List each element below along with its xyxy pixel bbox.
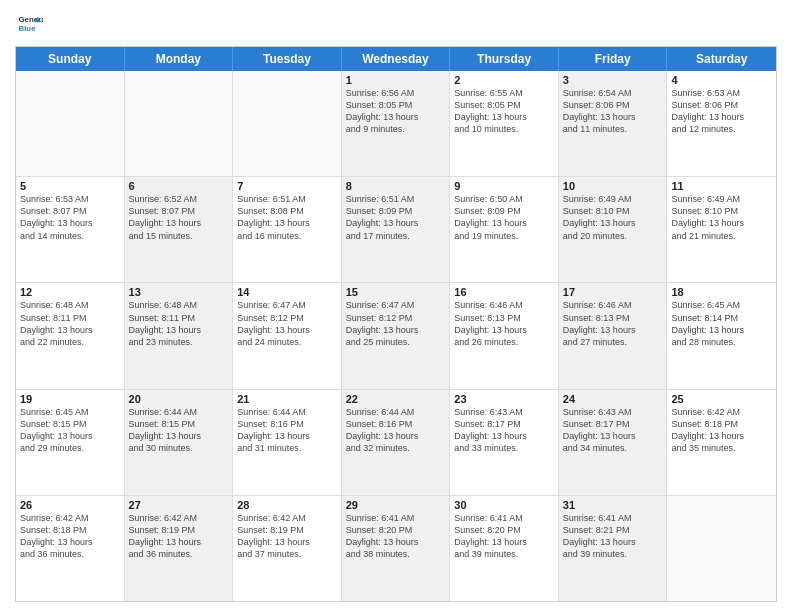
day-info: Sunrise: 6:56 AM Sunset: 8:05 PM Dayligh… <box>346 87 446 136</box>
day-info: Sunrise: 6:53 AM Sunset: 8:06 PM Dayligh… <box>671 87 772 136</box>
calendar-row-0: 1Sunrise: 6:56 AM Sunset: 8:05 PM Daylig… <box>16 71 776 177</box>
logo-icon: General Blue <box>15 10 43 38</box>
calendar-cell-day-4: 4Sunrise: 6:53 AM Sunset: 8:06 PM Daylig… <box>667 71 776 176</box>
calendar: SundayMondayTuesdayWednesdayThursdayFrid… <box>15 46 777 602</box>
calendar-cell-day-10: 10Sunrise: 6:49 AM Sunset: 8:10 PM Dayli… <box>559 177 668 282</box>
day-info: Sunrise: 6:44 AM Sunset: 8:16 PM Dayligh… <box>346 406 446 455</box>
calendar-cell-day-23: 23Sunrise: 6:43 AM Sunset: 8:17 PM Dayli… <box>450 390 559 495</box>
day-number: 27 <box>129 499 229 511</box>
day-number: 2 <box>454 74 554 86</box>
calendar-cell-day-20: 20Sunrise: 6:44 AM Sunset: 8:15 PM Dayli… <box>125 390 234 495</box>
day-info: Sunrise: 6:41 AM Sunset: 8:20 PM Dayligh… <box>454 512 554 561</box>
day-number: 14 <box>237 286 337 298</box>
calendar-cell-day-6: 6Sunrise: 6:52 AM Sunset: 8:07 PM Daylig… <box>125 177 234 282</box>
day-info: Sunrise: 6:41 AM Sunset: 8:21 PM Dayligh… <box>563 512 663 561</box>
calendar-cell-day-27: 27Sunrise: 6:42 AM Sunset: 8:19 PM Dayli… <box>125 496 234 601</box>
day-info: Sunrise: 6:50 AM Sunset: 8:09 PM Dayligh… <box>454 193 554 242</box>
day-number: 17 <box>563 286 663 298</box>
day-number: 11 <box>671 180 772 192</box>
calendar-cell-day-1: 1Sunrise: 6:56 AM Sunset: 8:05 PM Daylig… <box>342 71 451 176</box>
calendar-cell-empty <box>667 496 776 601</box>
day-number: 31 <box>563 499 663 511</box>
day-info: Sunrise: 6:53 AM Sunset: 8:07 PM Dayligh… <box>20 193 120 242</box>
day-number: 28 <box>237 499 337 511</box>
day-info: Sunrise: 6:54 AM Sunset: 8:06 PM Dayligh… <box>563 87 663 136</box>
day-number: 10 <box>563 180 663 192</box>
day-info: Sunrise: 6:47 AM Sunset: 8:12 PM Dayligh… <box>237 299 337 348</box>
calendar-body: 1Sunrise: 6:56 AM Sunset: 8:05 PM Daylig… <box>16 71 776 601</box>
calendar-row-4: 26Sunrise: 6:42 AM Sunset: 8:18 PM Dayli… <box>16 496 776 601</box>
calendar-cell-day-21: 21Sunrise: 6:44 AM Sunset: 8:16 PM Dayli… <box>233 390 342 495</box>
day-number: 7 <box>237 180 337 192</box>
day-number: 18 <box>671 286 772 298</box>
day-info: Sunrise: 6:45 AM Sunset: 8:15 PM Dayligh… <box>20 406 120 455</box>
calendar-cell-day-24: 24Sunrise: 6:43 AM Sunset: 8:17 PM Dayli… <box>559 390 668 495</box>
day-info: Sunrise: 6:49 AM Sunset: 8:10 PM Dayligh… <box>671 193 772 242</box>
calendar-cell-day-9: 9Sunrise: 6:50 AM Sunset: 8:09 PM Daylig… <box>450 177 559 282</box>
day-info: Sunrise: 6:44 AM Sunset: 8:15 PM Dayligh… <box>129 406 229 455</box>
weekday-header-thursday: Thursday <box>450 47 559 71</box>
calendar-cell-day-2: 2Sunrise: 6:55 AM Sunset: 8:05 PM Daylig… <box>450 71 559 176</box>
calendar-cell-day-18: 18Sunrise: 6:45 AM Sunset: 8:14 PM Dayli… <box>667 283 776 388</box>
calendar-cell-day-3: 3Sunrise: 6:54 AM Sunset: 8:06 PM Daylig… <box>559 71 668 176</box>
weekday-header-friday: Friday <box>559 47 668 71</box>
day-number: 9 <box>454 180 554 192</box>
day-info: Sunrise: 6:48 AM Sunset: 8:11 PM Dayligh… <box>20 299 120 348</box>
day-info: Sunrise: 6:55 AM Sunset: 8:05 PM Dayligh… <box>454 87 554 136</box>
weekday-header-sunday: Sunday <box>16 47 125 71</box>
day-info: Sunrise: 6:47 AM Sunset: 8:12 PM Dayligh… <box>346 299 446 348</box>
day-info: Sunrise: 6:43 AM Sunset: 8:17 PM Dayligh… <box>454 406 554 455</box>
weekday-header-tuesday: Tuesday <box>233 47 342 71</box>
calendar-row-1: 5Sunrise: 6:53 AM Sunset: 8:07 PM Daylig… <box>16 177 776 283</box>
header: General Blue <box>15 10 777 38</box>
day-info: Sunrise: 6:42 AM Sunset: 8:19 PM Dayligh… <box>129 512 229 561</box>
day-info: Sunrise: 6:44 AM Sunset: 8:16 PM Dayligh… <box>237 406 337 455</box>
day-info: Sunrise: 6:46 AM Sunset: 8:13 PM Dayligh… <box>454 299 554 348</box>
calendar-cell-day-13: 13Sunrise: 6:48 AM Sunset: 8:11 PM Dayli… <box>125 283 234 388</box>
day-number: 21 <box>237 393 337 405</box>
calendar-cell-day-22: 22Sunrise: 6:44 AM Sunset: 8:16 PM Dayli… <box>342 390 451 495</box>
day-number: 29 <box>346 499 446 511</box>
day-info: Sunrise: 6:49 AM Sunset: 8:10 PM Dayligh… <box>563 193 663 242</box>
day-info: Sunrise: 6:45 AM Sunset: 8:14 PM Dayligh… <box>671 299 772 348</box>
calendar-cell-day-25: 25Sunrise: 6:42 AM Sunset: 8:18 PM Dayli… <box>667 390 776 495</box>
svg-text:Blue: Blue <box>19 24 37 33</box>
calendar-cell-day-29: 29Sunrise: 6:41 AM Sunset: 8:20 PM Dayli… <box>342 496 451 601</box>
day-number: 16 <box>454 286 554 298</box>
day-info: Sunrise: 6:51 AM Sunset: 8:09 PM Dayligh… <box>346 193 446 242</box>
calendar-cell-day-17: 17Sunrise: 6:46 AM Sunset: 8:13 PM Dayli… <box>559 283 668 388</box>
day-number: 8 <box>346 180 446 192</box>
day-number: 20 <box>129 393 229 405</box>
day-number: 22 <box>346 393 446 405</box>
calendar-cell-day-31: 31Sunrise: 6:41 AM Sunset: 8:21 PM Dayli… <box>559 496 668 601</box>
calendar-cell-day-26: 26Sunrise: 6:42 AM Sunset: 8:18 PM Dayli… <box>16 496 125 601</box>
day-number: 13 <box>129 286 229 298</box>
weekday-header-saturday: Saturday <box>667 47 776 71</box>
day-number: 23 <box>454 393 554 405</box>
calendar-cell-day-12: 12Sunrise: 6:48 AM Sunset: 8:11 PM Dayli… <box>16 283 125 388</box>
day-info: Sunrise: 6:48 AM Sunset: 8:11 PM Dayligh… <box>129 299 229 348</box>
weekday-header-monday: Monday <box>125 47 234 71</box>
calendar-cell-day-19: 19Sunrise: 6:45 AM Sunset: 8:15 PM Dayli… <box>16 390 125 495</box>
calendar-cell-empty <box>233 71 342 176</box>
day-number: 12 <box>20 286 120 298</box>
day-number: 24 <box>563 393 663 405</box>
calendar-cell-empty <box>16 71 125 176</box>
calendar-cell-day-8: 8Sunrise: 6:51 AM Sunset: 8:09 PM Daylig… <box>342 177 451 282</box>
day-info: Sunrise: 6:41 AM Sunset: 8:20 PM Dayligh… <box>346 512 446 561</box>
day-number: 26 <box>20 499 120 511</box>
calendar-cell-day-15: 15Sunrise: 6:47 AM Sunset: 8:12 PM Dayli… <box>342 283 451 388</box>
calendar-cell-day-16: 16Sunrise: 6:46 AM Sunset: 8:13 PM Dayli… <box>450 283 559 388</box>
day-number: 4 <box>671 74 772 86</box>
weekday-header-wednesday: Wednesday <box>342 47 451 71</box>
day-number: 30 <box>454 499 554 511</box>
page: General Blue SundayMondayTuesdayWednesda… <box>0 0 792 612</box>
day-info: Sunrise: 6:52 AM Sunset: 8:07 PM Dayligh… <box>129 193 229 242</box>
calendar-cell-day-5: 5Sunrise: 6:53 AM Sunset: 8:07 PM Daylig… <box>16 177 125 282</box>
day-number: 6 <box>129 180 229 192</box>
day-info: Sunrise: 6:42 AM Sunset: 8:19 PM Dayligh… <box>237 512 337 561</box>
day-number: 5 <box>20 180 120 192</box>
day-number: 19 <box>20 393 120 405</box>
calendar-header: SundayMondayTuesdayWednesdayThursdayFrid… <box>16 47 776 71</box>
day-info: Sunrise: 6:43 AM Sunset: 8:17 PM Dayligh… <box>563 406 663 455</box>
